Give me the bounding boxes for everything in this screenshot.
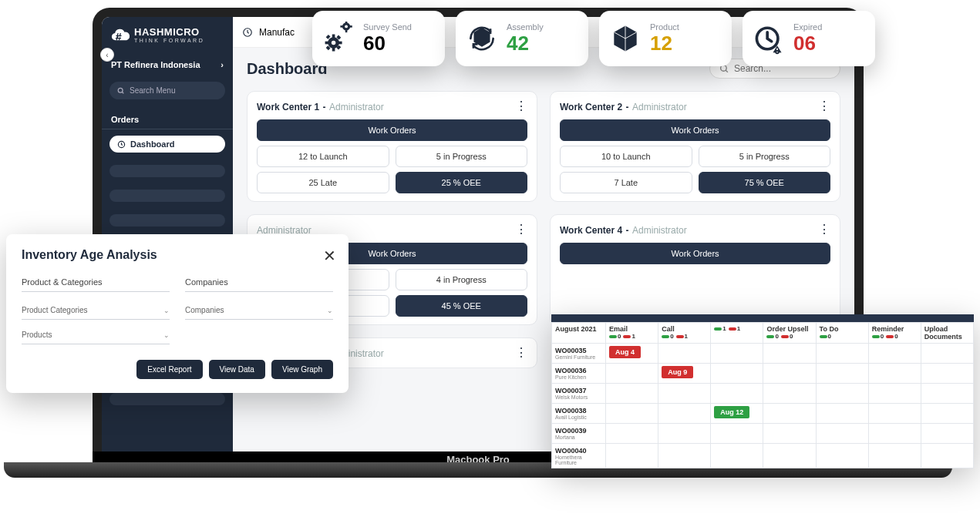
kanban-column-header[interactable]: Call01: [658, 323, 711, 344]
kanban-cell[interactable]: [816, 444, 868, 468]
kanban-column-header[interactable]: To Do0: [816, 323, 868, 344]
kanban-cell[interactable]: [868, 404, 921, 424]
more-icon[interactable]: ⋮: [515, 349, 527, 357]
svg-point-7: [332, 41, 336, 45]
kanban-column-header[interactable]: Order Upsell00: [763, 323, 816, 344]
progress-pill[interactable]: 5 in Progress: [699, 146, 831, 167]
kanban-cell[interactable]: [921, 364, 973, 384]
work-orders-button[interactable]: Work Orders: [257, 119, 527, 141]
launch-pill[interactable]: 10 to Launch: [560, 146, 692, 167]
kanban-cell[interactable]: [763, 444, 816, 468]
kanban-cell[interactable]: [763, 424, 816, 444]
sidebar-search[interactable]: Search Menu: [109, 82, 225, 99]
kanban-cell[interactable]: [711, 444, 763, 468]
brand-tagline: THINK FORWARD: [134, 38, 204, 43]
kanban-cell[interactable]: [868, 424, 921, 444]
kanban-cell[interactable]: [868, 344, 921, 364]
more-icon[interactable]: ⋮: [515, 226, 527, 233]
kanban-cell[interactable]: [658, 344, 711, 364]
late-pill[interactable]: 7 Late: [560, 172, 692, 193]
kanban-cell[interactable]: [711, 384, 763, 404]
kanban-column-header[interactable]: Upload Documents: [921, 323, 973, 344]
kanban-cell[interactable]: [921, 404, 973, 424]
sidebar-item-dashboard[interactable]: Dashboard: [109, 136, 225, 153]
date-chip[interactable]: Aug 9: [662, 366, 693, 378]
kanban-cell[interactable]: [606, 424, 658, 444]
kanban-cell[interactable]: [606, 404, 658, 424]
more-icon[interactable]: ⋮: [515, 102, 527, 110]
sidebar-item-label: Dashboard: [130, 139, 174, 149]
kanban-cell[interactable]: [711, 344, 763, 364]
kanban-cell[interactable]: [921, 424, 973, 444]
kanban-cell[interactable]: [816, 424, 868, 444]
stat-card-product: Product 12: [599, 11, 732, 66]
kanban-cell[interactable]: [711, 364, 763, 384]
kanban-column-header[interactable]: 11: [711, 323, 763, 344]
kanban-cell[interactable]: [921, 384, 973, 404]
companies-select[interactable]: Companies⌄: [185, 303, 333, 320]
products-select[interactable]: Products⌄: [22, 327, 170, 344]
kanban-cell[interactable]: [606, 384, 658, 404]
company-selector[interactable]: PT Refinera Indonesia ›: [102, 52, 233, 77]
kanban-cell[interactable]: [606, 444, 658, 468]
kanban-cell[interactable]: [763, 364, 816, 384]
kanban-month: August 2021: [552, 323, 606, 344]
excel-report-button[interactable]: Excel Report: [136, 360, 202, 379]
kanban-cell[interactable]: [763, 344, 816, 364]
date-chip[interactable]: Aug 12: [714, 406, 749, 418]
progress-pill[interactable]: 4 in Progress: [396, 269, 528, 290]
stat-card-expired: Expired 06: [743, 11, 875, 66]
kanban-cell[interactable]: [816, 384, 868, 404]
product-categories-select[interactable]: Product Categories⌄: [22, 303, 170, 320]
kanban-cell[interactable]: [921, 444, 973, 468]
collapse-sidebar-button[interactable]: ‹: [100, 48, 114, 62]
kanban-cell[interactable]: [658, 424, 711, 444]
kanban-cell[interactable]: [816, 404, 868, 424]
late-pill[interactable]: 25 Late: [257, 172, 389, 193]
work-order-cell[interactable]: WO00040Homethera Furniture: [552, 444, 606, 468]
view-data-button[interactable]: View Data: [209, 360, 265, 379]
kanban-cell[interactable]: [763, 404, 816, 424]
kanban-cell[interactable]: [868, 384, 921, 404]
work-order-cell[interactable]: WO00035Gemini Furniture: [552, 344, 606, 364]
kanban-cell[interactable]: [868, 444, 921, 468]
progress-pill[interactable]: 5 in Progress: [396, 146, 528, 167]
kanban-column-header[interactable]: Email01: [606, 323, 658, 344]
close-icon[interactable]: ✕: [323, 247, 336, 265]
oee-pill[interactable]: 75 % OEE: [699, 172, 831, 193]
clock-alert-icon: [752, 22, 786, 55]
date-chip[interactable]: Aug 4: [609, 346, 641, 358]
kanban-cell[interactable]: [711, 424, 763, 444]
more-icon[interactable]: ⋮: [818, 226, 830, 233]
kanban-cell[interactable]: [816, 344, 868, 364]
kanban-cell[interactable]: [921, 344, 973, 364]
kanban-cell[interactable]: [816, 364, 868, 384]
kanban-column-header[interactable]: Reminder00: [868, 323, 921, 344]
svg-line-5: [726, 70, 728, 72]
work-order-cell[interactable]: WO00038Avall Logistic: [552, 404, 606, 424]
module-name[interactable]: Manufac: [259, 27, 295, 38]
work-orders-button[interactable]: Work Orders: [560, 119, 830, 141]
kanban-cell[interactable]: Aug 4: [606, 344, 658, 364]
work-order-cell[interactable]: WO00036Pure Kitchen: [552, 364, 606, 384]
sidebar-placeholder: [109, 214, 225, 227]
kanban-cell[interactable]: [763, 384, 816, 404]
kanban-cell[interactable]: Aug 12: [711, 404, 763, 424]
kanban-cell[interactable]: [868, 364, 921, 384]
kanban-cell[interactable]: [658, 444, 711, 468]
wc-title: Work Center 1: [257, 102, 319, 112]
work-order-cell[interactable]: WO00039Mortana: [552, 424, 606, 444]
view-graph-button[interactable]: View Graph: [271, 360, 333, 379]
search-icon: [117, 87, 125, 95]
launch-pill[interactable]: 12 to Launch: [257, 146, 389, 167]
kanban-cell[interactable]: [658, 404, 711, 424]
work-orders-button[interactable]: Work Orders: [560, 243, 830, 264]
more-icon[interactable]: ⋮: [818, 102, 830, 110]
oee-pill[interactable]: 45 % OEE: [396, 295, 528, 317]
kanban-cell[interactable]: [658, 384, 711, 404]
stat-label: Assembly: [507, 22, 579, 32]
work-order-cell[interactable]: WO00037Welsk Motors: [552, 384, 606, 404]
kanban-cell[interactable]: Aug 9: [658, 364, 711, 384]
oee-pill[interactable]: 25 % OEE: [396, 172, 528, 193]
kanban-cell[interactable]: [606, 364, 658, 384]
